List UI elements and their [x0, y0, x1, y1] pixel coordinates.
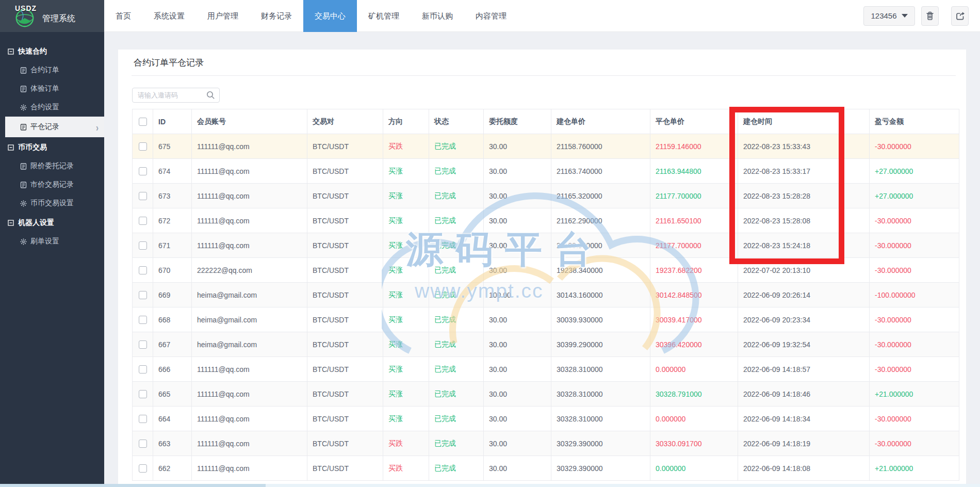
nav-item-1[interactable]: 系统设置	[142, 0, 196, 32]
sidebar-section-0[interactable]: 快速合约	[0, 42, 104, 61]
cell-direction: 买涨	[383, 184, 429, 208]
nav-item-0[interactable]: 首页	[104, 0, 142, 32]
row-checkbox[interactable]	[139, 316, 147, 324]
cell-account: 111111@qq.com	[192, 382, 307, 407]
cell-open-price: 30039.930000	[551, 307, 650, 332]
cell-direction: 买涨	[383, 208, 429, 233]
nav-item-6[interactable]: 新币认购	[411, 0, 464, 32]
nav-item-3[interactable]: 财务记录	[250, 0, 303, 32]
sidebar: 快速合约合约订单体验订单合约设置平仓记录›币币交易限价委托记录市价交易记录币币交…	[0, 32, 104, 487]
nav-item-4[interactable]: 交易中心	[303, 0, 357, 32]
row-checkbox[interactable]	[139, 415, 147, 423]
user-dropdown[interactable]: 123456	[863, 6, 915, 26]
cell-direction: 买涨	[383, 357, 429, 382]
cell-amount: 30.00	[484, 258, 551, 283]
column-header-1: 会员账号	[192, 109, 307, 134]
row-checkbox[interactable]	[139, 241, 147, 250]
search-icon[interactable]	[206, 91, 215, 100]
row-checkbox[interactable]	[139, 340, 147, 349]
trash-button[interactable]	[921, 6, 939, 26]
table-row-669: 669heima@gmail.comBTC/USDT买涨已完成100.00301…	[133, 283, 959, 307]
cell-open-price: 30328.310000	[551, 407, 650, 431]
cell-open-time: 2022-06-09 14:18:08	[738, 456, 870, 481]
cell-pnl: +21.000000	[870, 382, 959, 407]
cell-id: 675	[153, 134, 192, 159]
row-checkbox[interactable]	[139, 390, 147, 398]
cell-pnl: -100.000000	[870, 283, 959, 307]
chevron-right-icon: ›	[96, 121, 99, 133]
cell-amount: 30.00	[484, 332, 551, 357]
annotation-highlight-rectangle	[729, 107, 844, 264]
cell-open-price: 30143.160000	[551, 283, 650, 307]
row-checkbox[interactable]	[139, 192, 147, 200]
cell-pnl: -30.000000	[870, 357, 959, 382]
cell-pair: BTC/USDT	[307, 208, 383, 233]
cell-amount: 30.00	[484, 357, 551, 382]
cell-status: 已完成	[429, 258, 484, 283]
sidebar-item-0-0[interactable]: 合约订单	[5, 61, 104, 79]
column-header-2: 交易对	[307, 109, 383, 134]
cell-direction: 买涨	[383, 283, 429, 307]
sidebar-item-label: 限价委托记录	[30, 161, 74, 171]
cell-pnl: -30.000000	[870, 258, 959, 283]
cell-pnl: -30.000000	[870, 208, 959, 233]
cell-amount: 30.00	[484, 233, 551, 258]
row-checkbox[interactable]	[139, 217, 147, 225]
cell-pair: BTC/USDT	[307, 407, 383, 431]
cell-status: 已完成	[429, 407, 484, 431]
gear-icon	[20, 104, 27, 111]
row-checkbox[interactable]	[139, 464, 147, 473]
nav-item-5[interactable]: 矿机管理	[357, 0, 411, 32]
sidebar-item-0-1[interactable]: 体验订单	[5, 79, 104, 98]
row-checkbox[interactable]	[139, 291, 147, 299]
sidebar-section-label: 机器人设置	[18, 218, 54, 228]
table-row-667: 667heima@gmail.comBTC/USDT买涨已完成30.003039…	[133, 332, 959, 357]
sidebar-section-1[interactable]: 币币交易	[0, 138, 104, 157]
cell-id: 671	[153, 233, 192, 258]
sidebar-item-0-3[interactable]: 平仓记录›	[5, 117, 104, 137]
scrollbar-thumb[interactable]	[0, 484, 266, 487]
cell-open-time: 2022-06-09 14:18:19	[738, 431, 870, 456]
cell-account: 111111@qq.com	[192, 233, 307, 258]
table-row-666: 666111111@qq.comBTC/USDT买涨已完成30.0030328.…	[133, 357, 959, 382]
nav-item-2[interactable]: 用户管理	[196, 0, 250, 32]
cell-amount: 30.00	[484, 184, 551, 208]
logo-title: 管理系统	[42, 13, 75, 24]
gear-icon	[20, 238, 27, 245]
cell-close-price: 21177.700000	[650, 233, 738, 258]
document-icon	[20, 124, 27, 131]
table-row-665: 665111111@qq.comBTC/USDT买涨已完成30.0030328.…	[133, 382, 959, 407]
collapse-icon	[8, 220, 14, 226]
sidebar-item-0-2[interactable]: 合约设置	[5, 98, 104, 117]
cell-account: 111111@qq.com	[192, 456, 307, 481]
cell-open-time: 2022-06-09 14:18:57	[738, 357, 870, 382]
cell-close-price: 21163.944800	[650, 159, 738, 184]
document-icon	[20, 182, 27, 188]
row-checkbox[interactable]	[139, 167, 147, 175]
sidebar-item-1-2[interactable]: 币币交易设置	[5, 194, 104, 213]
logout-button[interactable]	[951, 6, 969, 26]
sidebar-item-2-0[interactable]: 刷单设置	[5, 232, 104, 251]
sidebar-item-label: 币币交易设置	[30, 199, 74, 208]
row-checkbox[interactable]	[139, 440, 147, 448]
sidebar-section-2[interactable]: 机器人设置	[0, 214, 104, 232]
table-row-664: 664111111@qq.comBTC/USDT买涨已完成30.0030328.…	[133, 407, 959, 431]
sidebar-item-1-0[interactable]: 限价委托记录	[5, 157, 104, 175]
horizontal-scrollbar[interactable]	[0, 484, 980, 487]
cell-account: 111111@qq.com	[192, 357, 307, 382]
cell-account: 111111@qq.com	[192, 407, 307, 431]
cell-id: 673	[153, 184, 192, 208]
cell-status: 已完成	[429, 233, 484, 258]
row-checkbox[interactable]	[139, 266, 147, 274]
row-checkbox[interactable]	[139, 365, 147, 374]
cell-pair: BTC/USDT	[307, 332, 383, 357]
nav-item-7[interactable]: 内容管理	[464, 0, 518, 32]
sidebar-item-1-1[interactable]: 市价交易记录	[5, 175, 104, 194]
cell-id: 663	[153, 431, 192, 456]
sidebar-item-label: 平仓记录	[30, 122, 59, 132]
cell-amount: 30.00	[484, 456, 551, 481]
cell-direction: 买涨	[383, 382, 429, 407]
cell-pnl: +21.000000	[870, 456, 959, 481]
select-all-checkbox[interactable]	[139, 118, 147, 126]
row-checkbox[interactable]	[139, 142, 147, 151]
